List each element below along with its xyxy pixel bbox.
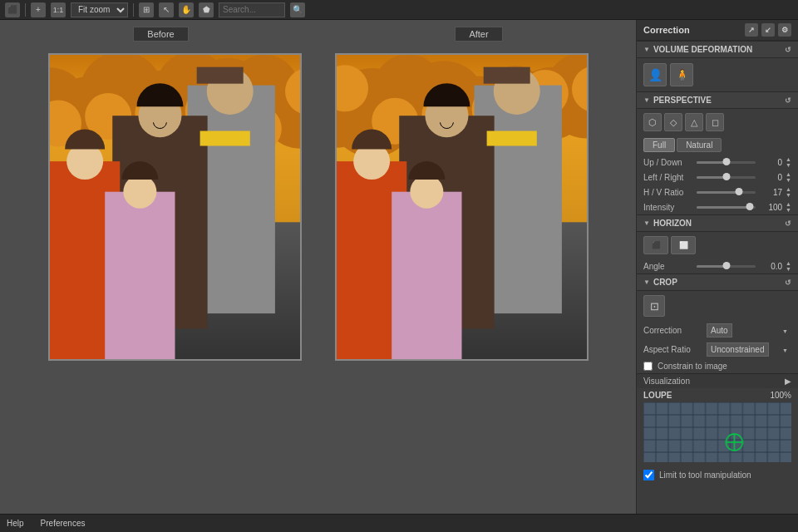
persp-tool-3[interactable]: △ <box>685 113 703 131</box>
slider-up-down-track[interactable] <box>697 161 756 164</box>
vd-face-icon[interactable]: 👤 <box>643 63 667 86</box>
section-volume-deformation[interactable]: ▼ VOLUME DEFORMATION ↺ <box>637 41 798 58</box>
crop-tool-icon[interactable]: ⊡ <box>643 295 665 317</box>
slider-left-right-value: 0 <box>759 173 782 182</box>
crop-correction-select[interactable]: Auto <box>707 323 732 337</box>
visualization-arrow: ▶ <box>785 377 791 386</box>
slider-up-down-arrows[interactable]: ▲▼ <box>786 156 791 168</box>
slider-left-right-thumb[interactable] <box>722 173 730 180</box>
before-canvas <box>50 55 300 359</box>
perspective-tools: ⬡ ◇ △ ◻ <box>637 109 798 135</box>
slider-intensity-value: 100 <box>759 203 782 212</box>
section-crop[interactable]: ▼ CROP ↺ <box>637 273 798 291</box>
slider-intensity-label: Intensity <box>643 203 693 212</box>
panel-settings-icon[interactable]: ⚙ <box>778 23 791 37</box>
slider-hv-ratio-arrows[interactable]: ▲▼ <box>786 186 791 198</box>
lasso-icon[interactable]: ⬟ <box>199 2 214 17</box>
slider-up-down: Up / Down 0 ▲▼ <box>637 155 798 170</box>
crop-correction-select-wrapper: Auto <box>707 323 791 337</box>
persp-reset[interactable]: ↺ <box>785 96 791 105</box>
persp-label: PERSPECTIVE <box>653 96 712 105</box>
search-input[interactable] <box>219 2 285 17</box>
horizon-icon-1[interactable]: ⬛ <box>643 236 668 254</box>
cursor-icon[interactable]: ↖ <box>159 2 174 17</box>
zoom-select[interactable]: Fit zoom <box>71 2 128 17</box>
persp-tool-4[interactable]: ◻ <box>706 113 724 131</box>
new-button[interactable]: + <box>31 2 46 17</box>
horizon-reset[interactable]: ↺ <box>785 219 791 228</box>
limit-checkbox[interactable] <box>643 470 654 480</box>
persp-mode-full[interactable]: Full <box>643 138 675 152</box>
crop-constrain-checkbox[interactable] <box>643 362 653 371</box>
crop-aspect-select-wrapper: Unconstrained <box>707 342 791 357</box>
vd-reset[interactable]: ↺ <box>785 46 791 54</box>
grid-icon[interactable]: ⊞ <box>139 2 154 17</box>
after-label: After <box>455 27 502 42</box>
slider-left-right-arrows[interactable]: ▲▼ <box>786 171 791 183</box>
app-icon: ⬛ <box>5 2 20 17</box>
toolbar: ⬛ + 1:1 Fit zoom ⊞ ↖ ✋ ⬟ 🔍 <box>0 0 798 20</box>
crop-correction-label: Correction <box>643 326 703 335</box>
vd-label: VOLUME DEFORMATION <box>653 45 752 54</box>
slider-angle-thumb[interactable] <box>722 262 730 269</box>
horizon-label: HORIZON <box>653 219 692 228</box>
persp-tool-1[interactable]: ⬡ <box>643 113 662 131</box>
toolbar-divider-1 <box>25 3 26 17</box>
slider-angle-value: 0.0 <box>759 262 782 271</box>
slider-hv-ratio-value: 17 <box>759 188 782 197</box>
canvas-area: Before After <box>0 20 636 514</box>
slider-intensity-thumb[interactable] <box>746 203 753 210</box>
search-icon[interactable]: 🔍 <box>290 2 305 17</box>
panel-export-icon[interactable]: ↗ <box>745 23 758 37</box>
slider-hv-ratio-label: H / V Ratio <box>643 188 693 197</box>
crop-arrow: ▼ <box>643 278 650 286</box>
crop-aspect-row: Aspect Ratio Unconstrained <box>637 340 798 359</box>
panel-import-icon[interactable]: ↙ <box>761 23 775 37</box>
loupe-label: LOUPE <box>643 391 672 400</box>
crop-constrain-row: Constrain to image <box>637 359 798 373</box>
limit-label: Limit to tool manipulation <box>659 470 751 480</box>
toolbar-divider-2 <box>133 3 134 17</box>
section-perspective[interactable]: ▼ PERSPECTIVE ↺ <box>637 91 798 109</box>
after-image <box>335 53 589 361</box>
slider-up-down-thumb[interactable] <box>722 158 730 165</box>
bottom-bar: Help Preferences <box>0 514 798 532</box>
zoom-1-1[interactable]: 1:1 <box>51 2 66 17</box>
slider-intensity-track[interactable] <box>697 206 756 209</box>
vd-body-icon[interactable]: 🧍 <box>670 63 693 86</box>
preferences-button[interactable]: Preferences <box>41 519 86 528</box>
slider-angle-arrows[interactable]: ▲▼ <box>786 260 791 272</box>
slider-hv-ratio: H / V Ratio 17 ▲▼ <box>637 185 798 200</box>
crop-constrain-label: Constrain to image <box>658 362 727 371</box>
slider-left-right-track[interactable] <box>697 176 756 179</box>
slider-intensity-arrows[interactable]: ▲▼ <box>786 201 791 213</box>
slider-angle-track[interactable] <box>697 265 756 268</box>
slider-intensity: Intensity 100 ▲▼ <box>637 200 798 214</box>
panel-title: Correction <box>643 25 690 35</box>
crop-aspect-select[interactable]: Unconstrained <box>707 342 769 357</box>
visualization-label: Visualization <box>643 377 690 386</box>
persp-mode-natural[interactable]: Natural <box>677 138 722 152</box>
crop-icon-row: ⊡ <box>637 291 798 321</box>
visualization-bar[interactable]: Visualization ▶ <box>637 373 798 388</box>
slider-left-right: Left / Right 0 ▲▼ <box>637 170 798 185</box>
slider-hv-ratio-fill <box>697 191 739 194</box>
slider-left-right-label: Left / Right <box>643 173 693 182</box>
vd-icons-row: 👤 🧍 <box>637 58 798 91</box>
horizon-icon-2[interactable]: ⬜ <box>671 236 696 254</box>
section-horizon[interactable]: ▼ HORIZON ↺ <box>637 214 798 232</box>
persp-tool-2[interactable]: ◇ <box>664 113 682 131</box>
slider-hv-ratio-track[interactable] <box>697 191 756 194</box>
help-button[interactable]: Help <box>7 519 24 528</box>
vd-arrow: ▼ <box>643 46 650 53</box>
hand-icon[interactable]: ✋ <box>179 2 194 17</box>
slider-hv-ratio-thumb[interactable] <box>736 188 743 195</box>
crop-reset[interactable]: ↺ <box>785 278 791 287</box>
panel-title-bar: Correction ↗ ↙ ⚙ <box>637 20 798 41</box>
loupe-header: LOUPE 100% <box>637 388 798 402</box>
panel-icons: ↗ ↙ ⚙ <box>745 23 791 37</box>
slider-angle-label: Angle <box>643 262 693 271</box>
slider-up-down-value: 0 <box>759 158 782 167</box>
horizon-icons-row: ⬛ ⬜ <box>637 232 798 259</box>
main-area: Before After Correction ↗ ↙ ⚙ ▼ VOLUME D <box>0 20 798 514</box>
